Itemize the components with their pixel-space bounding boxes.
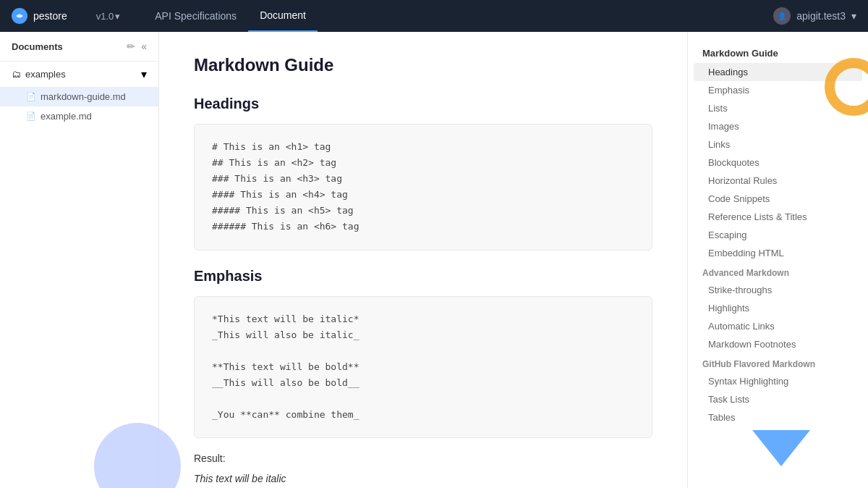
code-text-headings: # This is an <h1> tag ## This is an <h2>… (212, 139, 634, 235)
toc-item-strikethroughs[interactable]: Strike-throughs (694, 281, 862, 299)
code-block-headings: # This is an <h1> tag ## This is an <h2>… (194, 124, 652, 251)
toc-item-embedding-html[interactable]: Embedding HTML (694, 244, 862, 262)
version-chevron-icon: ▾ (115, 11, 120, 22)
file-icon: 📄 (26, 92, 36, 101)
heading-emphasis: Emphasis (194, 268, 652, 285)
version-selector[interactable]: v1.0 ▾ (96, 11, 121, 22)
toc-item-task-lists[interactable]: Task Lists (694, 390, 862, 408)
edit-icon[interactable]: ✏ (127, 41, 135, 52)
folder-icon: 🗂 (12, 69, 21, 80)
decorative-chevron-blue (752, 430, 810, 466)
sidebar-actions: ✏ « (127, 41, 147, 52)
collapse-icon[interactable]: « (141, 41, 147, 52)
toc-section-0-label: Markdown Guide (694, 43, 862, 63)
code-text-emphasis: *This text will be italic* _This will al… (212, 311, 634, 424)
section-headings: Headings # This is an <h1> tag ## This i… (194, 96, 652, 251)
sidebar-file-markdown-guide[interactable]: 📄 markdown-guide.md (0, 87, 158, 106)
toc-item-links[interactable]: Links (694, 135, 862, 153)
toc-item-syntax-highlighting[interactable]: Syntax Highlighting (694, 372, 862, 390)
toc-item-reference-lists[interactable]: Reference Lists & Titles (694, 208, 862, 226)
main-content: Markdown Guide Headings # This is an <h1… (159, 32, 687, 488)
nav-link-document[interactable]: Document (248, 0, 318, 32)
code-block-emphasis: *This text will be italic* _This will al… (194, 296, 652, 439)
sidebar-folder-examples[interactable]: 🗂 examples ▾ (0, 62, 158, 87)
avatar: 👤 (773, 7, 791, 25)
toc-item-images[interactable]: Images (694, 117, 862, 135)
user-chevron-icon: ▾ (851, 10, 856, 22)
main-layout: Documents ✏ « 🗂 examples ▾ 📄 markdown-gu… (0, 32, 868, 488)
toc-item-escaping[interactable]: Escaping (694, 226, 862, 244)
folder-name: examples (25, 69, 66, 80)
toc-item-highlights[interactable]: Highlights (694, 299, 862, 317)
user-menu[interactable]: 👤 apigit.test3 ▾ (773, 7, 856, 25)
brand-logo[interactable]: pestore (12, 8, 67, 24)
toc-section-1-label: Advanced Markdown (694, 262, 862, 281)
toc-item-code-snippets[interactable]: Code Snippets (694, 190, 862, 208)
nav-links: API Specifications Document (143, 0, 773, 32)
toc-section-2-label: GitHub Flavored Markdown (694, 353, 862, 372)
brand-name: pestore (33, 10, 67, 22)
toc-item-markdown-footnotes[interactable]: Markdown Footnotes (694, 335, 862, 353)
sidebar-title: Documents (12, 41, 63, 52)
toc-item-tables[interactable]: Tables (694, 408, 862, 426)
sidebar-header: Documents ✏ « (0, 32, 158, 62)
section-emphasis: Emphasis *This text will be italic* _Thi… (194, 268, 652, 488)
result-italic-1: This text will be italic (194, 473, 652, 484)
nav-link-api-specs[interactable]: API Specifications (143, 0, 248, 32)
toc-item-automatic-links[interactable]: Automatic Links (694, 317, 862, 335)
left-sidebar: Documents ✏ « 🗂 examples ▾ 📄 markdown-gu… (0, 32, 159, 488)
sidebar-file-example[interactable]: 📄 example.md (0, 106, 158, 126)
result-label: Result: (194, 453, 652, 464)
toc-item-horizontal-rules[interactable]: Horizontal Rules (694, 172, 862, 190)
folder-chevron-icon: ▾ (141, 67, 147, 81)
brand-icon (12, 8, 27, 24)
heading-headings: Headings (194, 96, 652, 112)
top-navigation: pestore v1.0 ▾ API Specifications Docume… (0, 0, 868, 32)
page-title: Markdown Guide (194, 55, 652, 75)
file-name: markdown-guide.md (41, 91, 126, 102)
file-name-2: example.md (41, 111, 92, 122)
file-icon-2: 📄 (26, 112, 36, 121)
username: apigit.test3 (796, 10, 846, 22)
toc-item-blockquotes[interactable]: Blockquotes (694, 153, 862, 172)
